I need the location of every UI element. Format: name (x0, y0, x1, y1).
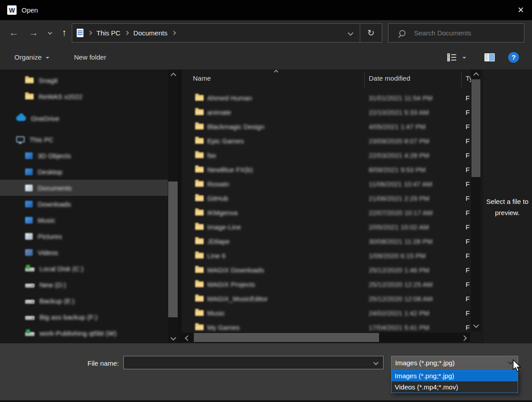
new-folder-button[interactable]: New folder (74, 45, 106, 69)
preview-pane-button[interactable] (484, 45, 495, 69)
file-type-option[interactable]: Videos (*.mp4;*.mov) (392, 381, 518, 393)
help-button[interactable]: ? (508, 45, 519, 69)
folder-icon (195, 195, 204, 201)
sidebar-item[interactable]: ReWAS x2022 (0, 88, 168, 104)
sidebar-item[interactable]: Downloads (0, 196, 168, 212)
view-mode-button[interactable] (448, 45, 466, 69)
scroll-up-icon[interactable] (473, 72, 479, 78)
column-header-name[interactable]: Name (193, 74, 211, 82)
file-type-select[interactable]: Images (*.png;*.jpg) (391, 356, 518, 369)
file-date-modified: 30/08/2021 11:28 PM (369, 238, 432, 245)
recent-locations-button[interactable] (44, 20, 56, 45)
file-row[interactable]: GitHub 21/06/2021 2:29 PM F (182, 191, 470, 206)
file-date-modified: 31/01/2021 11:54 PM (369, 94, 432, 102)
sidebar-item-label: This PC (30, 136, 53, 143)
sidebar-item-label: New (D:) (39, 281, 66, 289)
chevron-down-icon[interactable] (373, 360, 378, 365)
scrollbar-thumb[interactable] (194, 333, 379, 342)
file-row[interactable]: NewBlue FX(b) 8/09/2021 9:53 PM F (182, 163, 470, 177)
file-list: Ahmed Human 31/01/2021 11:54 PM F animat… (182, 91, 470, 332)
scroll-down-icon[interactable] (170, 335, 176, 341)
column-header-date-modified[interactable]: Date modified (369, 74, 410, 82)
sidebar-item[interactable]: This PC (0, 131, 168, 147)
search-input[interactable] (413, 29, 518, 37)
file-type: F (466, 166, 470, 173)
address-dropdown-button[interactable] (341, 24, 360, 42)
file-row[interactable]: MAGIX Downloads 25/12/2020 1:46 PM F (182, 263, 470, 277)
file-row[interactable]: Image-Line 2/05/2021 10:02 AM F (182, 220, 470, 234)
sidebar-item-label: Local Disk (C:) (39, 265, 83, 272)
back-button[interactable]: ← (6, 20, 22, 45)
sidebar-item[interactable]: New (D:) (0, 277, 168, 293)
file-name-combobox (123, 356, 384, 369)
file-list-scrollbar[interactable] (471, 69, 481, 332)
sidebar-item[interactable]: Desktop (0, 164, 168, 180)
sidebar-item[interactable]: Music (0, 212, 168, 228)
organize-button[interactable]: Organize (14, 45, 49, 69)
sidebar-item[interactable]: Pictures (0, 228, 168, 244)
folder-icon (195, 124, 204, 130)
file-name: Epic Games (207, 137, 244, 145)
sidebar-item[interactable]: 3D Objects (0, 147, 168, 164)
breadcrumb-chevron-icon (125, 31, 129, 35)
scroll-up-icon[interactable] (170, 73, 176, 78)
sidebar-item[interactable]: Big ass backup (F:) (0, 309, 168, 325)
breadcrumb-item[interactable]: Documents (133, 29, 167, 37)
file-row[interactable]: My Games 17/04/2021 5:41 PM F (182, 320, 470, 332)
file-row[interactable]: IKMgenva 22/07/2020 10:17 AM F (182, 206, 470, 220)
file-name: MAGIX_MusicEditor (207, 295, 268, 303)
forward-button[interactable]: → (26, 20, 41, 45)
file-name: Blackmagic Design (207, 123, 265, 130)
sidebar-item[interactable]: Snagit (0, 72, 168, 88)
scrollbar-thumb[interactable] (471, 79, 480, 177)
file-date-modified: 4/05/2021 1:47 PM (369, 123, 426, 130)
column-divider[interactable] (461, 71, 462, 87)
divider (178, 69, 182, 343)
sidebar-item-label: Desktop (38, 168, 62, 176)
sidebar-item[interactable]: work-Publishing qt5bt (W) (0, 325, 168, 341)
scroll-down-icon[interactable] (473, 322, 479, 328)
column-divider[interactable] (364, 71, 365, 87)
sidebar-item[interactable]: OneDrive (0, 110, 168, 126)
file-row[interactable]: JDilape 30/08/2021 11:28 PM F (182, 234, 470, 249)
file-row[interactable]: Epic Games 23/09/2020 8:07 PM F (182, 134, 470, 148)
refresh-button[interactable]: ↻ (360, 28, 382, 38)
close-button[interactable]: × (510, 0, 532, 20)
preview-pane: Select a file to preview. (482, 69, 532, 343)
folder-icon (195, 310, 204, 316)
file-date-modified: 21/06/2021 2:29 PM (369, 195, 429, 202)
file-row[interactable]: Ahmed Human 31/01/2021 11:54 PM F (182, 91, 470, 105)
file-name-input[interactable] (124, 356, 371, 370)
file-row[interactable]: MAGIX_MusicEditor 25/12/2020 12:08 AM F (182, 292, 470, 306)
sidebar-item[interactable]: Backup (E:) (0, 293, 168, 309)
file-type-option[interactable]: Images (*.png;*.jpg) (392, 370, 518, 381)
sidebar-item[interactable]: Documents (0, 180, 168, 196)
up-button[interactable]: ↑ (57, 20, 71, 45)
sidebar-scrollbar[interactable] (168, 69, 178, 343)
file-row[interactable]: Line 6 1/09/2020 6:15 PM F (182, 249, 470, 263)
file-row[interactable]: fax 22/03/2021 4:28 PM F (182, 148, 470, 163)
scroll-left-icon[interactable] (185, 335, 191, 341)
file-date-modified: 22/10/2021 5:33 AM (369, 108, 429, 116)
breadcrumb-item[interactable]: This PC (96, 29, 120, 37)
file-row[interactable]: Music 24/02/2021 1:42 PM F (182, 306, 470, 320)
scrollbar-thumb[interactable] (168, 182, 178, 317)
file-row[interactable]: Roswin 11/06/2021 10:47 AM F (182, 177, 470, 191)
sidebar-item-icon (25, 217, 33, 224)
file-row[interactable]: animate 22/10/2021 5:33 AM F (182, 105, 470, 120)
sidebar-item[interactable]: Videos (0, 244, 168, 260)
file-row[interactable]: MAGIX Projects 25/12/2020 12:25 AM F (182, 277, 470, 292)
address-bar[interactable]: This PC Documents ↻ (72, 23, 382, 43)
sidebar-item[interactable]: Local Disk (C:) (0, 260, 168, 277)
close-icon: × (518, 5, 523, 15)
horizontal-scrollbar[interactable] (182, 333, 470, 342)
folder-icon (195, 238, 204, 244)
preview-message: Select a file to preview. (483, 196, 532, 218)
file-row[interactable]: Blackmagic Design 4/05/2021 1:47 PM F (182, 120, 470, 134)
file-date-modified: 23/09/2020 8:07 PM (369, 137, 429, 145)
sidebar-item-icon (25, 268, 35, 272)
scroll-right-icon[interactable] (461, 335, 467, 341)
folder-icon (195, 210, 204, 216)
folder-icon (195, 167, 204, 173)
chevron-down-icon (508, 359, 513, 364)
